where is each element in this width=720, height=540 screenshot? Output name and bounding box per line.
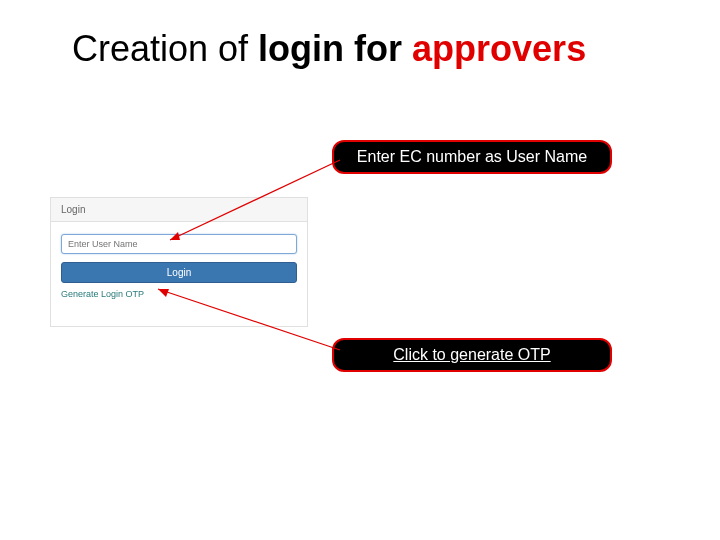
title-part2: login for	[258, 28, 412, 69]
username-input[interactable]	[61, 234, 297, 254]
login-button[interactable]: Login	[61, 262, 297, 283]
title-part3: approvers	[412, 28, 586, 69]
generate-otp-link[interactable]: Generate Login OTP	[61, 289, 297, 299]
login-panel: Login Login Generate Login OTP	[50, 197, 308, 327]
panel-header: Login	[51, 198, 307, 222]
callout-otp-text: Click to generate OTP	[393, 346, 550, 363]
panel-body: Login Generate Login OTP	[51, 222, 307, 307]
callout-otp: Click to generate OTP	[332, 338, 612, 372]
callout-username-text: Enter EC number as User Name	[357, 148, 587, 165]
page-title: Creation of login for approvers	[72, 28, 586, 70]
title-part1: Creation of	[72, 28, 258, 69]
callout-username: Enter EC number as User Name	[332, 140, 612, 174]
